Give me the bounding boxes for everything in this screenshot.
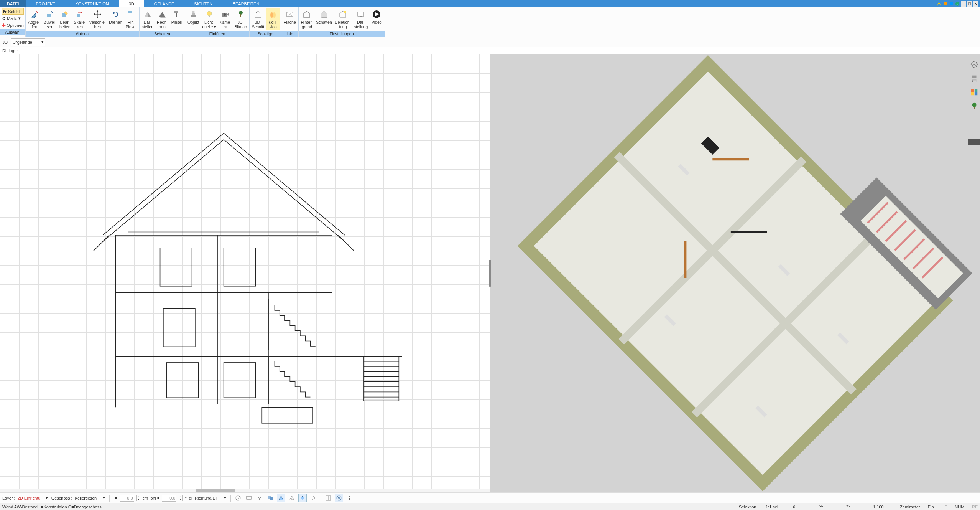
rechnen-button[interactable]: Rech- nen	[155, 8, 169, 30]
phi-spinner[interactable]: ▲▼	[179, 495, 183, 501]
l-input[interactable]	[120, 495, 134, 502]
kamera-button[interactable]: Kame- ra	[218, 8, 233, 30]
svg-rect-45	[163, 308, 195, 347]
lichtquelle-button[interactable]: Licht- quelle ▾	[201, 8, 218, 30]
l-spinner[interactable]: ▲▼	[136, 495, 140, 501]
hintergrund-button[interactable]: Hinter- grund	[299, 8, 315, 30]
layers-icon[interactable]	[970, 60, 978, 69]
horizontal-scrollbar[interactable]	[0, 489, 490, 492]
darstellung-button[interactable]: Dar- stellung	[352, 8, 369, 30]
bottom-toolbar: Layer : 2D Einrichtu▾ Geschoss : Kellerg…	[0, 492, 980, 503]
phi-input[interactable]	[162, 495, 176, 502]
svg-point-95	[258, 497, 259, 498]
svg-rect-23	[240, 14, 241, 17]
group-label-schatten: Schatten	[140, 31, 185, 37]
copy-icon[interactable]	[266, 494, 275, 502]
maximize-button[interactable]	[967, 1, 972, 7]
menu-tab-sichten[interactable]: SICHTEN	[184, 0, 222, 7]
mark-button[interactable]: Mark. ▾	[2, 15, 24, 21]
svg-rect-31	[360, 16, 362, 17]
beleuchtung-button[interactable]: Beleuch- tung	[334, 8, 352, 30]
svg-point-18	[207, 11, 212, 16]
l-unit: cm	[143, 496, 148, 500]
menu-tab-konstruktion[interactable]: KONSTRUKTION	[65, 0, 118, 7]
drehen-button[interactable]: Drehen	[107, 8, 123, 25]
menu-bar: DATEI PROJEKT KONSTRUKTION 3D GELÄNDE SI…	[0, 0, 980, 7]
objekt-button[interactable]: Objekt	[186, 8, 201, 25]
tool-icon-3[interactable]	[949, 1, 954, 7]
panel-handle[interactable]	[968, 139, 980, 145]
abgreifen-button[interactable]: Abgrei- fen	[26, 8, 43, 30]
dialoge-bar: Dialoge:	[0, 47, 980, 54]
hinpinsel-button[interactable]: Hin. Pinsel	[124, 8, 138, 30]
status-unit: Zentimeter	[900, 505, 920, 509]
layer-select[interactable]: 2D Einrichtu▾	[18, 496, 49, 500]
snap1-icon[interactable]	[277, 494, 285, 502]
snap3-icon[interactable]	[298, 494, 307, 502]
tree-icon[interactable]	[970, 102, 978, 110]
svg-point-12	[160, 17, 166, 18]
chevron-down-icon: ▾	[103, 495, 105, 500]
north-icon[interactable]: N	[335, 494, 343, 502]
flaeche-button[interactable]: Fläche	[282, 8, 298, 25]
svg-rect-9	[77, 14, 80, 17]
menu-tab-gelaende[interactable]: GELÄNDE	[144, 0, 184, 7]
snap4-icon[interactable]	[309, 494, 317, 502]
svg-rect-13	[174, 11, 178, 13]
menu-tab-projekt[interactable]: PROJEKT	[26, 0, 66, 7]
svg-rect-99	[270, 497, 273, 500]
svg-point-102	[349, 496, 350, 497]
grid-icon[interactable]	[324, 494, 332, 502]
bitmap3d-button[interactable]: 3D- Bitmap	[233, 8, 248, 30]
svg-rect-82	[972, 76, 977, 78]
status-z: Z:	[846, 505, 865, 509]
verschieben-button[interactable]: Verschie- ben	[87, 8, 107, 30]
group-label-einfuegen: Einfügen	[185, 31, 249, 37]
svg-point-22	[239, 11, 243, 15]
menu-tab-3d[interactable]: 3D	[119, 0, 144, 7]
schnitt3d-button[interactable]: 3D- Schnitt	[250, 8, 266, 30]
view-2d[interactable]	[0, 54, 490, 492]
info-icon[interactable]	[345, 494, 354, 502]
phi-unit: °	[185, 496, 186, 500]
status-x: X:	[793, 505, 812, 509]
geschoss-select[interactable]: Kellergesch▾	[75, 496, 106, 500]
svg-rect-16	[192, 13, 195, 15]
darstellen-button[interactable]: Dar- stellen	[140, 8, 155, 30]
ribbon-group-sonstige: 3D- Schnitt Kolli- sion Sonstige	[250, 7, 281, 37]
video-button[interactable]: Video	[369, 8, 384, 25]
selekt-button[interactable]: Selekt	[2, 8, 24, 15]
clock-icon[interactable]	[234, 494, 242, 502]
svg-rect-43	[160, 248, 192, 286]
status-uf: UF	[942, 505, 947, 509]
snap2-icon[interactable]	[288, 494, 296, 502]
svg-point-96	[260, 497, 261, 498]
schatten-einst-button[interactable]: Schatten	[314, 8, 333, 25]
status-bar: Wand AW-Bestand L=Konstruktion G=Dachges…	[0, 503, 980, 510]
view-3d[interactable]	[490, 54, 980, 492]
close-button[interactable]	[973, 1, 978, 7]
help-icon[interactable]: ?	[955, 1, 960, 7]
skalieren-button[interactable]: Skalie- ren	[72, 8, 87, 30]
palette-icon[interactable]	[970, 88, 978, 96]
optionen-button[interactable]: Optionen	[2, 22, 24, 28]
chair-icon[interactable]	[970, 74, 978, 83]
zuweisen-button[interactable]: Zuwei- sen	[43, 8, 58, 30]
kollision-button[interactable]: Kolli- sion	[266, 8, 280, 30]
layer-combo[interactable]: Urgelände ▾	[11, 38, 45, 46]
tool-icon-1[interactable]	[936, 1, 942, 7]
title-bar-icons: ?	[936, 0, 980, 7]
svg-rect-50	[262, 407, 313, 423]
screen-icon[interactable]	[245, 494, 253, 502]
group-icon[interactable]	[255, 494, 264, 502]
tool-icon-2[interactable]	[942, 1, 948, 7]
view-splitter[interactable]	[489, 260, 491, 287]
pinsel-button[interactable]: Pinsel	[169, 8, 184, 25]
menu-tab-datei[interactable]: DATEI	[0, 0, 26, 7]
dl-select[interactable]: dl (Richtung/Di▾	[189, 496, 227, 500]
minimize-button[interactable]	[961, 1, 966, 7]
svg-rect-14	[176, 13, 177, 17]
svg-rect-91	[974, 107, 975, 109]
bearbeiten-button[interactable]: Bear- beiten	[58, 8, 72, 30]
menu-tab-bearbeiten[interactable]: BEARBEITEN	[223, 0, 270, 7]
